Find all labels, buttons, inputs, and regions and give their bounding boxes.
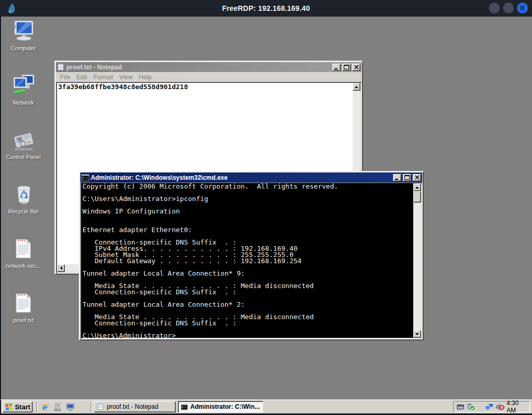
computer-icon bbox=[11, 19, 36, 44]
desktop-icon-label: Computer bbox=[3, 45, 44, 51]
svg-text:vm: vm bbox=[458, 405, 464, 409]
cmd-vertical-scrollbar[interactable] bbox=[413, 183, 421, 338]
notepad-icon bbox=[57, 63, 65, 71]
rdp-minimize-button[interactable] bbox=[489, 3, 500, 13]
desktop-icon-proof-txt[interactable]: proof.txt bbox=[3, 291, 44, 323]
desktop-icon-label: network-sec... bbox=[3, 263, 44, 269]
usb-device-icon[interactable] bbox=[467, 403, 475, 411]
windows-flag-icon bbox=[5, 403, 13, 411]
volume-muted-icon[interactable] bbox=[496, 403, 505, 411]
menu-view[interactable]: View bbox=[116, 73, 136, 82]
notepad-title: proof.txt - Notepad bbox=[66, 64, 331, 71]
internet-explorer-icon: e bbox=[41, 403, 50, 411]
system-tray: vm bbox=[453, 401, 530, 412]
notepad-menubar: File Edit Format View Help bbox=[56, 72, 361, 82]
taskbar-button-notepad[interactable]: proof.txt - Notepad bbox=[94, 401, 176, 412]
text-file-icon bbox=[11, 291, 36, 316]
arrow-left-icon bbox=[60, 266, 62, 270]
network-icon bbox=[11, 73, 36, 98]
svg-text:C:\: C:\ bbox=[82, 176, 88, 180]
network-tray-icon[interactable] bbox=[485, 403, 494, 411]
svg-text:C:\: C:\ bbox=[182, 406, 187, 409]
cmd-minimize-button[interactable] bbox=[393, 174, 401, 181]
notepad-maximize-button[interactable] bbox=[342, 64, 351, 71]
notepad-titlebar[interactable]: proof.txt - Notepad bbox=[56, 62, 361, 72]
arrow-up-icon bbox=[415, 187, 419, 189]
menu-format[interactable]: Format bbox=[90, 73, 116, 82]
quicklaunch-show-desktop[interactable] bbox=[65, 403, 75, 411]
rdp-maximize-button[interactable] bbox=[503, 3, 514, 13]
scroll-up-button[interactable] bbox=[413, 183, 421, 191]
desktop-icon-label: Recycle Bin bbox=[3, 208, 44, 214]
recycle-bin-icon bbox=[11, 182, 36, 207]
cmd-icon: C:\ bbox=[81, 174, 89, 181]
arrow-down-icon bbox=[415, 333, 419, 335]
menu-edit[interactable]: Edit bbox=[73, 73, 90, 82]
minimize-icon bbox=[395, 175, 400, 180]
desktop-icon-recycle-bin[interactable]: Recycle Bin bbox=[3, 182, 44, 214]
maximize-icon bbox=[344, 65, 349, 69]
scroll-up-button[interactable] bbox=[353, 83, 360, 91]
server-manager-icon bbox=[53, 403, 62, 411]
maximize-icon bbox=[404, 175, 410, 180]
scroll-left-button[interactable] bbox=[57, 264, 65, 272]
notepad-icon bbox=[97, 403, 104, 410]
cmd-maximize-button[interactable] bbox=[403, 174, 411, 181]
quicklaunch-server-manager[interactable] bbox=[53, 403, 62, 411]
desktop-icon-label: proof.txt bbox=[3, 317, 44, 323]
freerdp-titlebar[interactable]: FreeRDP: 192.168.169.40 ✕ bbox=[0, 0, 532, 17]
freerdp-title: FreeRDP: 192.168.169.40 bbox=[0, 4, 532, 12]
vmware-tools-icon[interactable]: vm bbox=[456, 403, 465, 411]
notepad-content[interactable]: 3fa39eb68ffbe3948c8ed558d901d218 bbox=[58, 83, 351, 91]
start-label: Start bbox=[15, 403, 31, 411]
taskbar-separator bbox=[90, 402, 91, 412]
quicklaunch-internet-explorer[interactable]: e bbox=[40, 403, 50, 411]
close-icon bbox=[415, 175, 419, 180]
clock[interactable]: 4:30 AM bbox=[507, 399, 527, 414]
menu-help[interactable]: Help bbox=[136, 73, 155, 82]
cmd-console-area[interactable]: Copyright (c) 2006 Microsoft Corporation… bbox=[80, 182, 422, 339]
close-icon bbox=[354, 65, 359, 69]
cmd-window: C:\ Administrator: C:\Windows\system32\c… bbox=[79, 171, 424, 340]
cmd-close-button[interactable] bbox=[413, 174, 421, 181]
show-desktop-icon bbox=[66, 403, 75, 411]
taskbar-button-cmd[interactable]: C:\ Administrator: C:\Win... bbox=[178, 401, 263, 412]
taskbar-button-label: Administrator: C:\Win... bbox=[190, 403, 260, 410]
taskbar-button-label: proof.txt - Notepad bbox=[107, 403, 158, 410]
notepad-minimize-button[interactable] bbox=[332, 64, 341, 71]
freerdp-session: FreeRDP: 192.168.169.40 ✕ Computer bbox=[0, 0, 532, 415]
start-button[interactable]: Start bbox=[3, 401, 33, 412]
desktop-icon-network[interactable]: Network bbox=[3, 73, 44, 106]
rdp-close-button[interactable]: ✕ bbox=[517, 3, 528, 13]
desktop-icon-label: Network bbox=[3, 99, 44, 106]
cmd-titlebar[interactable]: C:\ Administrator: C:\Windows\system32\c… bbox=[80, 173, 422, 182]
desktop-icon-network-sec[interactable]: network-sec... bbox=[3, 236, 44, 269]
scrollbar-thumb[interactable] bbox=[413, 191, 421, 203]
notepad-close-button[interactable] bbox=[352, 64, 360, 71]
cmd-icon: C:\ bbox=[181, 404, 188, 410]
minimize-icon bbox=[334, 65, 339, 69]
taskbar: Start e bbox=[0, 399, 532, 413]
cmd-title: Administrator: C:\Windows\system32\cmd.e… bbox=[91, 174, 391, 181]
console-output[interactable]: Copyright (c) 2006 Microsoft Corporation… bbox=[82, 183, 412, 338]
taskbar-separator bbox=[36, 402, 37, 412]
arrow-up-icon bbox=[355, 86, 358, 88]
desktop-icon-control-panel[interactable]: Control Panel bbox=[3, 127, 44, 160]
menu-file[interactable]: File bbox=[57, 73, 73, 82]
control-panel-icon bbox=[11, 127, 36, 152]
desktop-icon-computer[interactable]: Computer bbox=[3, 19, 44, 51]
scroll-down-button[interactable] bbox=[413, 330, 421, 338]
scrollbar-track[interactable] bbox=[413, 191, 421, 330]
desktop-icon-label: Control Panel bbox=[3, 154, 44, 160]
text-file-icon bbox=[11, 236, 36, 261]
